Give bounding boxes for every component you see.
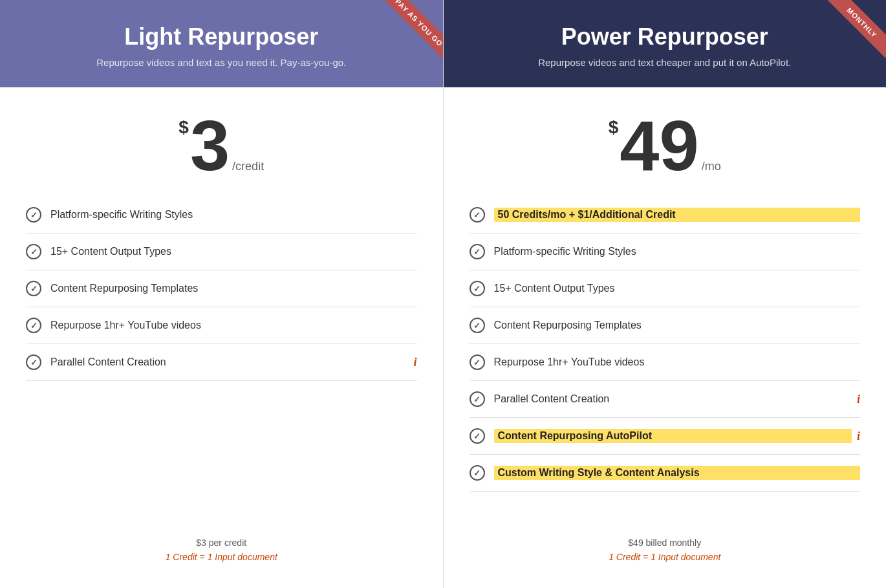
light-header: Light Repurposer Repurpose videos and te… xyxy=(0,0,443,87)
list-item: Content Repurposing Templates xyxy=(26,270,417,307)
light-footer-sub: 1 Credit = 1 Input document xyxy=(26,552,417,562)
light-ribbon-text: PAY AS YOU GO xyxy=(383,0,442,58)
info-icon[interactable]: i xyxy=(413,356,416,369)
info-icon[interactable]: i xyxy=(857,430,860,443)
power-footer-main: $49 billed monthly xyxy=(470,538,861,548)
list-item: Repurpose 1hr+ YouTube videos xyxy=(26,307,417,344)
power-repurposer-card: Power Repurposer Repurpose videos and te… xyxy=(444,0,887,588)
check-icon xyxy=(470,318,485,333)
power-ribbon-text: MONTHLY xyxy=(827,0,886,58)
feature-text-highlighted: Content Repurposing AutoPilot xyxy=(494,429,852,443)
list-item: Content Repurposing AutoPilot i xyxy=(470,418,861,455)
check-icon xyxy=(470,465,485,481)
feature-text: 15+ Content Output Types xyxy=(50,246,417,257)
power-price-area: $ 49 /mo xyxy=(444,87,887,197)
power-price-suffix: /mo xyxy=(702,160,721,172)
list-item: Platform-specific Writing Styles xyxy=(26,197,417,234)
feature-text: Content Repurposing Templates xyxy=(50,283,417,294)
feature-text: Repurpose 1hr+ YouTube videos xyxy=(50,320,417,331)
power-footer-sub: 1 Credit = 1 Input document xyxy=(470,552,861,562)
check-icon xyxy=(470,244,485,259)
check-icon xyxy=(26,281,41,296)
power-features-list: 50 Credits/mo + $1/Additional Credit Pla… xyxy=(444,197,887,518)
light-title: Light Repurposer xyxy=(26,23,417,50)
check-icon xyxy=(26,318,41,333)
feature-text: 15+ Content Output Types xyxy=(494,283,861,294)
check-icon xyxy=(470,354,485,370)
power-price-display: $ 49 /mo xyxy=(609,113,721,177)
list-item: Parallel Content Creation i xyxy=(470,381,861,418)
check-icon xyxy=(26,354,41,370)
light-subtitle: Repurpose videos and text as you need it… xyxy=(26,57,417,68)
feature-text: Platform-specific Writing Styles xyxy=(50,209,417,221)
list-item: Custom Writing Style & Content Analysis xyxy=(470,455,861,492)
light-price-suffix: /credit xyxy=(232,160,264,172)
power-subtitle: Repurpose videos and text cheaper and pu… xyxy=(470,57,861,68)
check-icon xyxy=(470,391,485,407)
list-item: Repurpose 1hr+ YouTube videos xyxy=(470,344,861,381)
light-ribbon: PAY AS YOU GO xyxy=(372,0,443,71)
list-item: 15+ Content Output Types xyxy=(470,270,861,307)
light-repurposer-card: Light Repurposer Repurpose videos and te… xyxy=(0,0,443,588)
light-price-number: 3 xyxy=(190,113,230,177)
light-price-area: $ 3 /credit xyxy=(0,87,443,197)
check-icon xyxy=(470,281,485,296)
feature-text-highlighted: Custom Writing Style & Content Analysis xyxy=(494,466,861,480)
check-icon xyxy=(470,207,485,223)
light-currency: $ xyxy=(178,118,189,136)
light-price-display: $ 3 /credit xyxy=(178,113,264,177)
light-footer-main: $3 per credit xyxy=(26,538,417,548)
power-footer: $49 billed monthly 1 Credit = 1 Input do… xyxy=(444,518,887,588)
list-item: Platform-specific Writing Styles xyxy=(470,234,861,270)
feature-text: Parallel Content Creation xyxy=(494,393,852,405)
list-item: 15+ Content Output Types xyxy=(26,234,417,270)
list-item: Content Repurposing Templates xyxy=(470,307,861,344)
check-icon xyxy=(26,207,41,223)
check-icon xyxy=(470,428,485,444)
feature-text: Parallel Content Creation xyxy=(50,356,408,368)
check-icon xyxy=(26,244,41,259)
power-currency: $ xyxy=(609,118,619,136)
power-price-number: 49 xyxy=(620,113,698,177)
feature-text-highlighted: 50 Credits/mo + $1/Additional Credit xyxy=(494,208,861,222)
feature-text: Content Repurposing Templates xyxy=(494,320,861,331)
light-features-list: Platform-specific Writing Styles 15+ Con… xyxy=(0,197,443,518)
power-title: Power Repurposer xyxy=(470,23,861,50)
feature-text: Repurpose 1hr+ YouTube videos xyxy=(494,356,861,368)
list-item: Parallel Content Creation i xyxy=(26,344,417,381)
power-ribbon: MONTHLY xyxy=(815,0,886,71)
list-item: 50 Credits/mo + $1/Additional Credit xyxy=(470,197,861,234)
feature-text: Platform-specific Writing Styles xyxy=(494,246,861,257)
light-footer: $3 per credit 1 Credit = 1 Input documen… xyxy=(0,518,443,588)
power-header: Power Repurposer Repurpose videos and te… xyxy=(444,0,887,87)
info-icon[interactable]: i xyxy=(857,393,860,406)
